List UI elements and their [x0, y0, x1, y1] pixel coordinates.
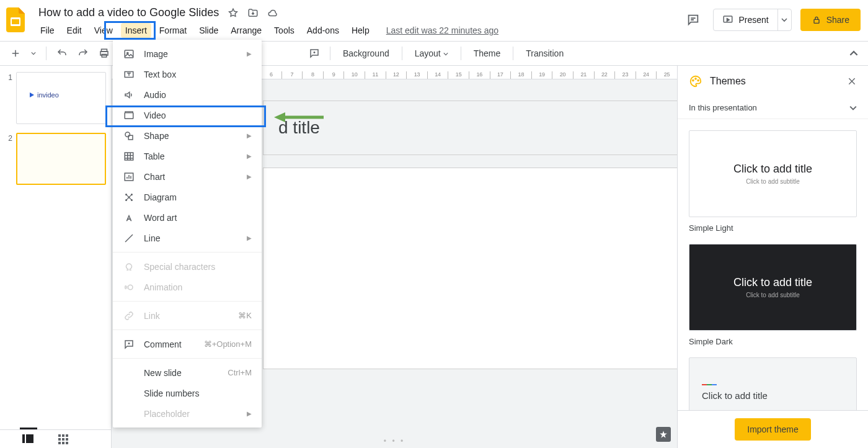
new-slide-dropdown-icon[interactable]	[27, 48, 40, 58]
comments-history-icon[interactable]	[682, 9, 704, 31]
insert-placeholder: Placeholder▶	[113, 403, 262, 424]
import-theme-button[interactable]: Import theme	[735, 418, 810, 441]
line-icon	[123, 233, 135, 244]
insert-chart[interactable]: Chart▶	[113, 166, 262, 187]
print-button[interactable]	[95, 45, 113, 61]
insert-comment[interactable]: Comment⌘+Option+M	[113, 334, 262, 354]
filmstrip-view-button[interactable]	[22, 434, 33, 444]
present-icon	[722, 14, 733, 25]
menu-tools[interactable]: Tools	[270, 23, 299, 38]
theme-button[interactable]: Theme	[467, 46, 507, 61]
chevron-down-icon	[849, 104, 857, 112]
themes-title: Themes	[710, 76, 839, 87]
insert-slide-numbers[interactable]: Slide numbers	[113, 383, 262, 403]
filmstrip: 1invideo2	[0, 66, 112, 448]
in-this-presentation-row[interactable]: In this presentation	[678, 97, 868, 119]
shortcut-label: ⌘K	[238, 311, 252, 320]
link-icon	[123, 310, 135, 321]
add-comment-button[interactable]	[305, 45, 324, 61]
layout-button[interactable]: Layout	[409, 46, 454, 61]
menu-arrange[interactable]: Arrange	[226, 23, 266, 38]
theme-card-simple-light[interactable]: Click to add titleClick to add subtitle	[689, 130, 857, 217]
grid-view-button[interactable]	[58, 434, 68, 444]
invideo-logo: invideo	[28, 91, 59, 99]
insert-text-box[interactable]: Text box	[113, 64, 262, 84]
collapse-toolbar-button[interactable]	[846, 47, 862, 60]
wordart-icon	[123, 212, 135, 223]
menu-view[interactable]: View	[90, 23, 117, 38]
menu-slide[interactable]: Slide	[195, 23, 223, 38]
insert-audio[interactable]: Audio	[113, 84, 262, 105]
menu-item-label: Special characters	[144, 262, 215, 272]
insert-link: Link⌘K	[113, 305, 262, 326]
shortcut-label: Ctrl+M	[228, 368, 252, 377]
menu-item-label: Line	[144, 233, 160, 243]
menu-help[interactable]: Help	[347, 23, 374, 38]
insert-table[interactable]: Table▶	[113, 146, 262, 166]
share-label: Share	[826, 15, 849, 25]
menu-item-label: New slide	[144, 368, 182, 378]
audio-icon	[123, 89, 135, 101]
submenu-arrow-icon: ▶	[247, 235, 252, 241]
insert-shape[interactable]: Shape▶	[113, 125, 262, 146]
resize-handle-icon[interactable]: • • •	[384, 437, 405, 446]
transition-button[interactable]: Transition	[520, 46, 570, 61]
close-themes-button[interactable]	[847, 76, 857, 86]
svg-rect-15	[58, 438, 61, 441]
insert-animation: Animation	[113, 277, 262, 297]
menu-file[interactable]: File	[36, 23, 59, 38]
explore-button[interactable]	[656, 427, 671, 442]
body-placeholder[interactable]	[263, 168, 677, 369]
theme-card-simple-dark[interactable]: Click to add titleClick to add subtitle	[689, 244, 857, 331]
shape-icon	[123, 130, 135, 141]
menu-add-ons[interactable]: Add-ons	[303, 23, 343, 38]
submenu-arrow-icon: ▶	[247, 50, 252, 57]
insert-diagram[interactable]: Diagram	[113, 187, 262, 207]
svg-rect-1	[12, 19, 19, 24]
slide-thumb[interactable]: 2	[0, 133, 111, 194]
slides-logo-icon[interactable]	[4, 7, 29, 32]
menu-insert[interactable]: Insert	[121, 23, 151, 38]
table-icon	[123, 151, 135, 162]
svg-marker-42	[274, 112, 285, 122]
menu-item-label: Placeholder	[144, 409, 190, 419]
menu-item-label: Audio	[144, 90, 166, 100]
move-to-folder-icon[interactable]	[247, 7, 259, 19]
new-slide-button[interactable]	[6, 45, 25, 61]
redo-button[interactable]	[74, 45, 92, 61]
palette-icon	[689, 74, 702, 88]
last-edit-link[interactable]: Last edit was 22 minutes ago	[386, 25, 498, 35]
svg-rect-18	[58, 442, 61, 444]
menu-item-label: Shape	[144, 131, 169, 141]
svg-point-29	[130, 112, 131, 112]
insert-new-slide[interactable]: New slideCtrl+M	[113, 362, 262, 383]
star-icon[interactable]	[228, 7, 239, 19]
textbox-icon	[123, 69, 135, 80]
slide-thumb[interactable]: 1invideo	[0, 72, 111, 133]
chart-icon	[123, 171, 135, 182]
insert-line[interactable]: Line▶	[113, 228, 262, 248]
theme-card-streamline[interactable]: Click to add titleClick to add subtitle	[689, 357, 857, 410]
insert-video[interactable]: Video	[113, 105, 262, 125]
menu-format[interactable]: Format	[155, 23, 191, 38]
svg-point-7	[693, 80, 694, 81]
insert-word-art[interactable]: Word art	[113, 207, 262, 228]
doc-title[interactable]: How to add a video to Google Slides	[36, 5, 221, 20]
share-button[interactable]: Share	[800, 9, 861, 31]
present-label: Present	[738, 15, 768, 25]
menu-item-label: Link	[144, 311, 160, 321]
menu-edit[interactable]: Edit	[63, 23, 86, 38]
title-placeholder[interactable]: d title	[263, 101, 677, 155]
insert-image[interactable]: Image▶	[113, 43, 262, 64]
annotation-arrow-icon	[274, 111, 324, 123]
cloud-status-icon[interactable]	[267, 7, 278, 19]
svg-rect-12	[58, 434, 61, 437]
undo-button[interactable]	[53, 45, 71, 61]
submenu-arrow-icon: ▶	[247, 173, 252, 180]
motion-icon	[123, 282, 135, 293]
background-button[interactable]: Background	[337, 46, 396, 61]
video-icon	[123, 110, 135, 121]
present-button[interactable]: Present	[714, 9, 777, 30]
diagram-icon	[123, 192, 135, 203]
present-dropdown-button[interactable]	[777, 9, 791, 30]
